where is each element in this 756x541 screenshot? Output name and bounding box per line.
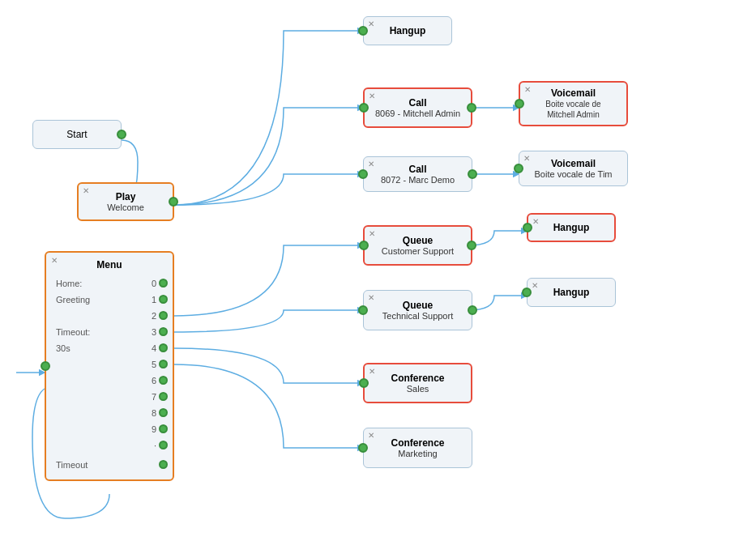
menu-row-6: 6	[56, 373, 163, 389]
call-8072-title: Call	[408, 164, 426, 175]
call-8069-node[interactable]: ✕ Call 8069 - Mitchell Admin	[363, 87, 472, 128]
menu-num-2: 2	[152, 311, 156, 321]
menu-port-3[interactable]	[159, 327, 168, 336]
conf-sales-node[interactable]: ✕ Conference Sales	[363, 363, 472, 403]
start-node[interactable]: Start	[32, 120, 122, 149]
menu-num-8: 8	[152, 408, 156, 418]
voicemail-tim-node[interactable]: ✕ Voicemail Boite vocale de Tim	[519, 151, 628, 186]
call-8072-input-port[interactable]	[358, 169, 368, 179]
queue-ts-output-port[interactable]	[468, 305, 477, 315]
play-welcome-sub: Welcome	[107, 202, 144, 212]
menu-num-0: 0	[152, 279, 156, 288]
voicemail-mitchell-sub: Boite vocale deMitchell Admin	[545, 99, 600, 120]
hangup-ts-input-port[interactable]	[522, 288, 532, 297]
queue-cs-output-port[interactable]	[467, 241, 476, 250]
conf-sales-close-icon[interactable]: ✕	[369, 367, 375, 376]
call-8069-close-icon[interactable]: ✕	[369, 92, 375, 100]
menu-close-icon[interactable]: ✕	[51, 256, 58, 265]
menu-row-dot: ·	[56, 437, 163, 454]
menu-row-5: 5	[56, 356, 163, 373]
menu-port-dot[interactable]	[159, 441, 168, 449]
conf-marketing-title: Conference	[391, 437, 444, 449]
hangup-ts-node[interactable]: ✕ Hangup	[527, 278, 616, 307]
voicemail-tim-close-icon[interactable]: ✕	[523, 154, 530, 163]
menu-port-8[interactable]	[159, 408, 168, 417]
menu-port-0[interactable]	[159, 279, 168, 288]
queue-ts-close-icon[interactable]: ✕	[368, 293, 374, 302]
play-welcome-close-icon[interactable]: ✕	[83, 186, 89, 195]
hangup-cs-node[interactable]: ✕ Hangup	[527, 213, 616, 242]
conf-marketing-node[interactable]: ✕ Conference Marketing	[363, 428, 472, 468]
conf-sales-sub: Sales	[407, 384, 429, 394]
call-8069-title: Call	[408, 97, 426, 109]
menu-label-30s: 30s	[56, 343, 70, 353]
menu-row-4: 30s 4	[56, 340, 163, 356]
hangup-cs-input-port[interactable]	[523, 223, 532, 232]
menu-port-4[interactable]	[159, 343, 168, 352]
hangup-top-close-icon[interactable]: ✕	[368, 19, 374, 28]
menu-port-6[interactable]	[159, 376, 168, 385]
start-output-port[interactable]	[117, 130, 126, 139]
hangup-top-input-port[interactable]	[358, 26, 368, 36]
conf-marketing-close-icon[interactable]: ✕	[368, 431, 374, 440]
queue-ts-input-port[interactable]	[358, 305, 368, 315]
call-8069-output-port[interactable]	[467, 103, 476, 113]
menu-label-greeting: Greeting	[56, 295, 90, 305]
menu-port-1[interactable]	[159, 295, 168, 304]
menu-port-2[interactable]	[159, 311, 168, 320]
menu-row-2: 2	[56, 308, 163, 324]
menu-port-5[interactable]	[159, 360, 168, 368]
conf-marketing-sub: Marketing	[398, 449, 437, 458]
menu-num-6: 6	[152, 376, 156, 386]
menu-node[interactable]: ✕ Menu Home: 0 Greeting 1 2 Timeout: 3 3…	[45, 251, 174, 481]
voicemail-tim-input-port[interactable]	[514, 164, 523, 173]
menu-row-8: 8	[56, 405, 163, 421]
hangup-ts-close-icon[interactable]: ✕	[532, 281, 538, 290]
menu-port-7[interactable]	[159, 392, 168, 401]
queue-ts-node[interactable]: ✕ Queue Technical Support	[363, 290, 472, 330]
conf-sales-title: Conference	[391, 373, 444, 384]
menu-label-home: Home:	[56, 279, 82, 288]
menu-port-9[interactable]	[159, 424, 168, 433]
menu-input-port[interactable]	[41, 361, 50, 371]
queue-ts-title: Queue	[403, 300, 433, 311]
menu-num-4: 4	[152, 343, 156, 353]
menu-num-1: 1	[152, 295, 156, 305]
voicemail-mitchell-input-port[interactable]	[515, 99, 524, 109]
menu-label-timeout: Timeout:	[56, 327, 90, 337]
play-welcome-output-port[interactable]	[169, 197, 178, 207]
menu-label-timeout-row: Timeout	[56, 460, 88, 470]
menu-row-timeout: Timeout	[56, 457, 163, 473]
voicemail-tim-sub: Boite vocale de Tim	[535, 169, 613, 179]
menu-row-9: 9	[56, 421, 163, 437]
menu-num-9: 9	[152, 424, 156, 434]
hangup-top-node[interactable]: ✕ Hangup	[363, 16, 452, 45]
call-8069-input-port[interactable]	[359, 103, 369, 113]
start-label: Start	[66, 129, 87, 140]
call-8072-output-port[interactable]	[468, 169, 477, 179]
hangup-cs-close-icon[interactable]: ✕	[532, 217, 539, 226]
call-8072-close-icon[interactable]: ✕	[368, 160, 374, 168]
menu-row-7: 7	[56, 389, 163, 405]
queue-cs-sub: Customer Support	[382, 246, 454, 256]
queue-cs-node[interactable]: ✕ Queue Customer Support	[363, 225, 472, 266]
menu-port-timeout[interactable]	[159, 460, 168, 469]
call-8072-sub: 8072 - Marc Demo	[381, 175, 455, 185]
menu-num-3: 3	[152, 327, 156, 337]
voicemail-mitchell-node[interactable]: ✕ Voicemail Boite vocale deMitchell Admi…	[519, 81, 628, 126]
menu-row-1: Greeting 1	[56, 292, 163, 308]
call-8069-sub: 8069 - Mitchell Admin	[375, 109, 460, 118]
voicemail-mitchell-title: Voicemail	[551, 87, 596, 99]
conf-marketing-input-port[interactable]	[358, 443, 368, 453]
play-welcome-node[interactable]: ✕ Play Welcome	[77, 182, 174, 221]
voicemail-mitchell-close-icon[interactable]: ✕	[524, 85, 531, 94]
queue-cs-input-port[interactable]	[359, 241, 369, 250]
menu-num-7: 7	[152, 392, 156, 402]
queue-cs-close-icon[interactable]: ✕	[369, 229, 375, 238]
call-8072-node[interactable]: ✕ Call 8072 - Marc Demo	[363, 156, 472, 192]
conf-sales-input-port[interactable]	[359, 378, 369, 388]
flow-canvas: Start ✕ Play Welcome ✕ Hangup ✕ Call 806…	[0, 0, 756, 541]
menu-row-0: Home: 0	[56, 275, 163, 292]
play-welcome-title: Play	[116, 191, 136, 202]
hangup-ts-label: Hangup	[553, 287, 590, 298]
